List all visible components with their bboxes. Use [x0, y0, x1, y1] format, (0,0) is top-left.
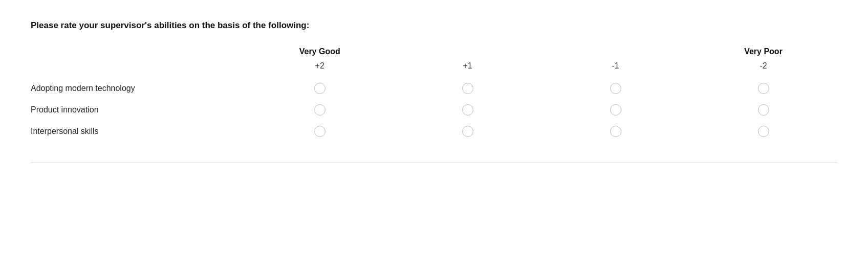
radio-button-row1-col1[interactable] — [462, 104, 473, 116]
radio-cell-row2-col1 — [394, 121, 541, 142]
section-divider — [31, 163, 837, 163]
radio-button-row2-col3[interactable] — [758, 126, 769, 137]
radio-cell-row2-col3 — [689, 121, 837, 142]
radio-cell-row2-col2 — [541, 121, 689, 142]
score-minus1: -1 — [541, 56, 689, 78]
radio-cell-row0-col2 — [541, 78, 689, 99]
header-empty-cell — [31, 47, 246, 56]
table-row: Adopting modern technology — [31, 78, 837, 99]
header-row-labels: Very Good Very Poor — [31, 47, 837, 56]
radio-cell-row1-col0 — [246, 99, 394, 121]
row-label-0: Adopting modern technology — [31, 78, 246, 99]
radio-cell-row1-col3 — [689, 99, 837, 121]
radio-button-row1-col2[interactable] — [610, 104, 621, 116]
radio-cell-row0-col3 — [689, 78, 837, 99]
header-row-scores: +2 +1 -1 -2 — [31, 56, 837, 78]
radio-cell-row0-col1 — [394, 78, 541, 99]
radio-button-row1-col0[interactable] — [314, 104, 326, 116]
score-minus2: -2 — [689, 56, 837, 78]
radio-cell-row0-col0 — [246, 78, 394, 99]
row-label-2: Interpersonal skills — [31, 121, 246, 142]
header-spacer-2 — [541, 47, 689, 56]
radio-button-row0-col1[interactable] — [462, 83, 473, 94]
radio-button-row2-col2[interactable] — [610, 126, 621, 137]
header-spacer-1 — [394, 47, 541, 56]
very-good-label: Very Good — [246, 47, 394, 56]
row-label-1: Product innovation — [31, 99, 246, 121]
radio-cell-row1-col2 — [541, 99, 689, 121]
question-title: Please rate your supervisor's abilities … — [31, 20, 837, 31]
radio-button-row0-col0[interactable] — [314, 83, 326, 94]
header-score-empty — [31, 56, 246, 78]
table-row: Product innovation — [31, 99, 837, 121]
page-container: Please rate your supervisor's abilities … — [0, 0, 868, 276]
radio-button-row2-col0[interactable] — [314, 126, 326, 137]
radio-cell-row2-col0 — [246, 121, 394, 142]
rating-table: Very Good Very Poor +2 +1 -1 -2 Adopting… — [31, 47, 837, 142]
score-plus2: +2 — [246, 56, 394, 78]
very-poor-label: Very Poor — [689, 47, 837, 56]
radio-button-row0-col3[interactable] — [758, 83, 769, 94]
radio-button-row0-col2[interactable] — [610, 83, 621, 94]
score-plus1: +1 — [394, 56, 541, 78]
radio-button-row2-col1[interactable] — [462, 126, 473, 137]
radio-button-row1-col3[interactable] — [758, 104, 769, 116]
radio-cell-row1-col1 — [394, 99, 541, 121]
table-row: Interpersonal skills — [31, 121, 837, 142]
table-body: Adopting modern technologyProduct innova… — [31, 78, 837, 142]
